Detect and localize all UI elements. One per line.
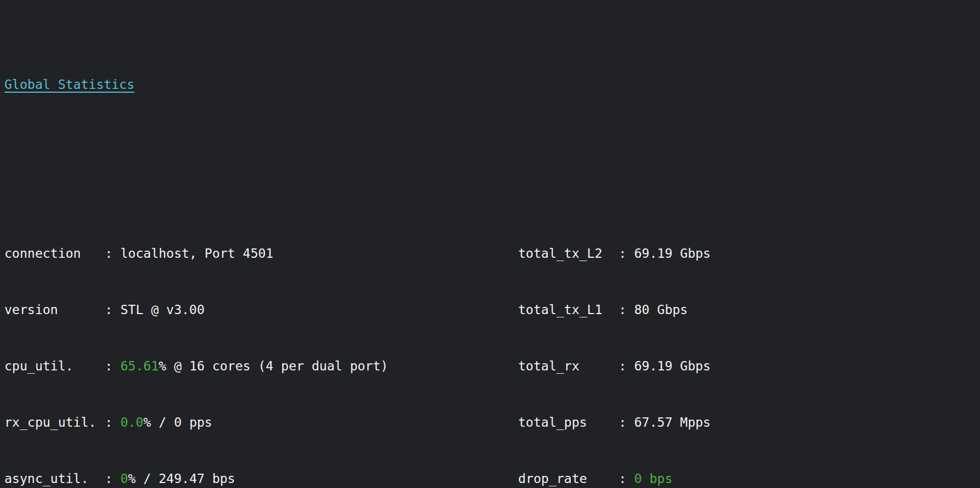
colon: : xyxy=(619,357,634,375)
stat-row-version: version:STL @ v3.00 total_tx_L1:80 Gbps xyxy=(0,300,980,319)
colon: : xyxy=(619,300,634,319)
stat-value: 80 Gbps xyxy=(634,300,688,319)
stat-value: 69.19 Gbps xyxy=(634,244,710,263)
stat-value: localhost, Port 4501 xyxy=(120,244,273,263)
terminal-screen: Global Statistics connection:localhost, … xyxy=(0,0,980,488)
colon: : xyxy=(619,469,634,488)
stat-value: 67.57 Mpps xyxy=(634,413,710,432)
stat-row-cpu-util: cpu_util.:65.61% @ 16 cores (4 per dual … xyxy=(0,357,980,375)
stat-label: version xyxy=(4,300,105,319)
stat-value-green: 0.0 xyxy=(120,413,144,432)
stat-value: % / 0 pps xyxy=(144,413,213,432)
stat-label: cpu_util. xyxy=(4,357,105,375)
stat-row-total-pps: total_pps:67.57 Mpps xyxy=(518,413,710,432)
colon: : xyxy=(619,413,634,432)
stat-row-async-util: async_util.:0% / 249.47 bps drop_rate:0 … xyxy=(0,469,980,488)
stat-value: % @ 16 cores (4 per dual port) xyxy=(159,357,388,375)
colon: : xyxy=(105,469,120,488)
stat-label: total_tx_L1 xyxy=(518,300,619,319)
stat-label: total_rx xyxy=(518,357,619,375)
colon: : xyxy=(105,300,120,319)
stat-row-total-tx-l2: total_tx_L2:69.19 Gbps xyxy=(518,244,710,263)
stat-row-total-tx-l1: total_tx_L1:80 Gbps xyxy=(518,300,688,319)
stat-value: 69.19 Gbps xyxy=(634,357,710,375)
global-stats-header: Global Statistics xyxy=(0,75,980,94)
stat-label: total_tx_L2 xyxy=(518,244,619,263)
stat-value: STL @ v3.00 xyxy=(120,300,204,319)
stat-row-total-rx: total_rx:69.19 Gbps xyxy=(518,357,710,375)
colon: : xyxy=(105,244,120,263)
stat-row-drop-rate: drop_rate:0 bps xyxy=(518,469,672,488)
colon: : xyxy=(105,357,120,375)
stat-value-green: 0 bps xyxy=(634,469,672,488)
stat-label: async_util. xyxy=(4,469,105,488)
stat-label: total_pps xyxy=(518,413,619,432)
blank-line xyxy=(0,150,980,169)
stat-label: drop_rate xyxy=(518,469,619,488)
stat-label: rx_cpu_util. xyxy=(4,413,105,432)
stat-value-green: 0 xyxy=(120,469,128,488)
stat-value-green: 65.61 xyxy=(120,357,159,375)
colon: : xyxy=(619,244,634,263)
global-stats-title: Global Statistics xyxy=(4,75,134,94)
stat-row-rx-cpu-util: rx_cpu_util.:0.0% / 0 pps total_pps:67.5… xyxy=(0,413,980,432)
stat-row-connection: connection:localhost, Port 4501 total_tx… xyxy=(0,244,980,263)
stat-value: % / 249.47 bps xyxy=(128,469,235,488)
colon: : xyxy=(105,413,120,432)
stat-label: connection xyxy=(4,244,105,263)
